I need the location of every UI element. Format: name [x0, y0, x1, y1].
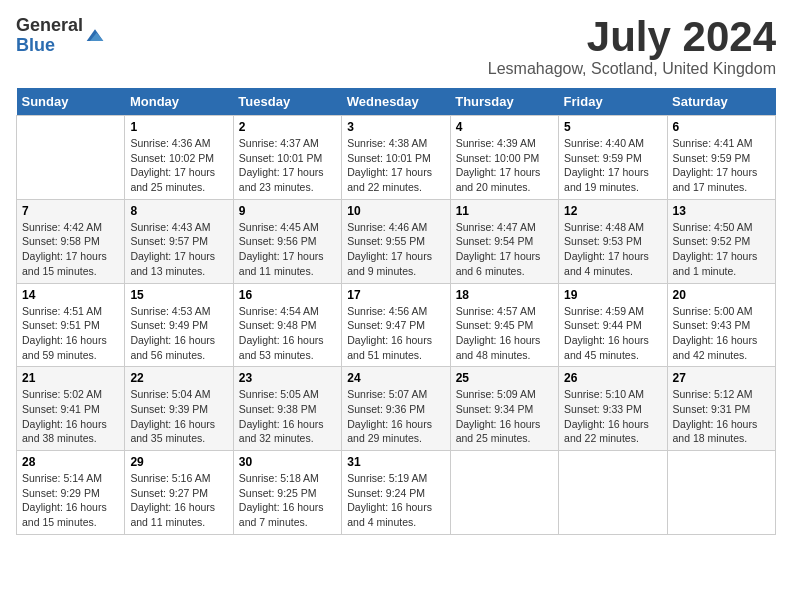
day-info: Sunrise: 5:09 AMSunset: 9:34 PMDaylight:…: [456, 387, 553, 446]
calendar-cell: 7Sunrise: 4:42 AMSunset: 9:58 PMDaylight…: [17, 199, 125, 283]
day-info: Sunrise: 5:00 AMSunset: 9:43 PMDaylight:…: [673, 304, 770, 363]
day-info: Sunrise: 4:51 AMSunset: 9:51 PMDaylight:…: [22, 304, 119, 363]
calendar-cell: 9Sunrise: 4:45 AMSunset: 9:56 PMDaylight…: [233, 199, 341, 283]
calendar-cell: [450, 451, 558, 535]
header-thursday: Thursday: [450, 88, 558, 116]
day-info: Sunrise: 4:57 AMSunset: 9:45 PMDaylight:…: [456, 304, 553, 363]
day-number: 22: [130, 371, 227, 385]
day-info: Sunrise: 4:36 AMSunset: 10:02 PMDaylight…: [130, 136, 227, 195]
header-saturday: Saturday: [667, 88, 775, 116]
header-monday: Monday: [125, 88, 233, 116]
day-number: 15: [130, 288, 227, 302]
header-sunday: Sunday: [17, 88, 125, 116]
day-number: 17: [347, 288, 444, 302]
calendar-week-2: 14Sunrise: 4:51 AMSunset: 9:51 PMDayligh…: [17, 283, 776, 367]
calendar-cell: [559, 451, 667, 535]
calendar-cell: 22Sunrise: 5:04 AMSunset: 9:39 PMDayligh…: [125, 367, 233, 451]
month-title: July 2024: [488, 16, 776, 58]
day-info: Sunrise: 4:39 AMSunset: 10:00 PMDaylight…: [456, 136, 553, 195]
logo-blue: Blue: [16, 36, 83, 56]
day-number: 11: [456, 204, 553, 218]
day-number: 14: [22, 288, 119, 302]
calendar-cell: 3Sunrise: 4:38 AMSunset: 10:01 PMDayligh…: [342, 116, 450, 200]
header-wednesday: Wednesday: [342, 88, 450, 116]
calendar-cell: 6Sunrise: 4:41 AMSunset: 9:59 PMDaylight…: [667, 116, 775, 200]
calendar-cell: [667, 451, 775, 535]
day-info: Sunrise: 5:04 AMSunset: 9:39 PMDaylight:…: [130, 387, 227, 446]
calendar-cell: 30Sunrise: 5:18 AMSunset: 9:25 PMDayligh…: [233, 451, 341, 535]
calendar-cell: 18Sunrise: 4:57 AMSunset: 9:45 PMDayligh…: [450, 283, 558, 367]
day-info: Sunrise: 4:41 AMSunset: 9:59 PMDaylight:…: [673, 136, 770, 195]
calendar-cell: 25Sunrise: 5:09 AMSunset: 9:34 PMDayligh…: [450, 367, 558, 451]
day-number: 20: [673, 288, 770, 302]
header-tuesday: Tuesday: [233, 88, 341, 116]
day-number: 18: [456, 288, 553, 302]
day-info: Sunrise: 4:53 AMSunset: 9:49 PMDaylight:…: [130, 304, 227, 363]
calendar-cell: 14Sunrise: 4:51 AMSunset: 9:51 PMDayligh…: [17, 283, 125, 367]
day-number: 16: [239, 288, 336, 302]
day-info: Sunrise: 5:02 AMSunset: 9:41 PMDaylight:…: [22, 387, 119, 446]
calendar-week-4: 28Sunrise: 5:14 AMSunset: 9:29 PMDayligh…: [17, 451, 776, 535]
day-info: Sunrise: 4:38 AMSunset: 10:01 PMDaylight…: [347, 136, 444, 195]
day-info: Sunrise: 5:16 AMSunset: 9:27 PMDaylight:…: [130, 471, 227, 530]
calendar-cell: 1Sunrise: 4:36 AMSunset: 10:02 PMDayligh…: [125, 116, 233, 200]
day-number: 23: [239, 371, 336, 385]
calendar-cell: 2Sunrise: 4:37 AMSunset: 10:01 PMDayligh…: [233, 116, 341, 200]
calendar-cell: 19Sunrise: 4:59 AMSunset: 9:44 PMDayligh…: [559, 283, 667, 367]
day-info: Sunrise: 4:40 AMSunset: 9:59 PMDaylight:…: [564, 136, 661, 195]
day-number: 30: [239, 455, 336, 469]
day-number: 29: [130, 455, 227, 469]
calendar-cell: 13Sunrise: 4:50 AMSunset: 9:52 PMDayligh…: [667, 199, 775, 283]
logo: General Blue: [16, 16, 105, 56]
day-info: Sunrise: 4:54 AMSunset: 9:48 PMDaylight:…: [239, 304, 336, 363]
day-info: Sunrise: 4:56 AMSunset: 9:47 PMDaylight:…: [347, 304, 444, 363]
day-info: Sunrise: 5:14 AMSunset: 9:29 PMDaylight:…: [22, 471, 119, 530]
calendar-cell: 15Sunrise: 4:53 AMSunset: 9:49 PMDayligh…: [125, 283, 233, 367]
day-number: 26: [564, 371, 661, 385]
day-number: 10: [347, 204, 444, 218]
day-number: 12: [564, 204, 661, 218]
calendar-cell: 20Sunrise: 5:00 AMSunset: 9:43 PMDayligh…: [667, 283, 775, 367]
day-info: Sunrise: 4:47 AMSunset: 9:54 PMDaylight:…: [456, 220, 553, 279]
calendar-cell: 27Sunrise: 5:12 AMSunset: 9:31 PMDayligh…: [667, 367, 775, 451]
day-info: Sunrise: 4:48 AMSunset: 9:53 PMDaylight:…: [564, 220, 661, 279]
day-info: Sunrise: 4:46 AMSunset: 9:55 PMDaylight:…: [347, 220, 444, 279]
calendar-cell: [17, 116, 125, 200]
header-friday: Friday: [559, 88, 667, 116]
day-number: 1: [130, 120, 227, 134]
calendar-cell: 11Sunrise: 4:47 AMSunset: 9:54 PMDayligh…: [450, 199, 558, 283]
day-number: 21: [22, 371, 119, 385]
calendar-week-0: 1Sunrise: 4:36 AMSunset: 10:02 PMDayligh…: [17, 116, 776, 200]
day-info: Sunrise: 4:43 AMSunset: 9:57 PMDaylight:…: [130, 220, 227, 279]
calendar-table: Sunday Monday Tuesday Wednesday Thursday…: [16, 88, 776, 535]
calendar-week-1: 7Sunrise: 4:42 AMSunset: 9:58 PMDaylight…: [17, 199, 776, 283]
calendar-cell: 28Sunrise: 5:14 AMSunset: 9:29 PMDayligh…: [17, 451, 125, 535]
day-info: Sunrise: 4:45 AMSunset: 9:56 PMDaylight:…: [239, 220, 336, 279]
page-header: General Blue July 2024 Lesmahagow, Scotl…: [16, 16, 776, 78]
day-info: Sunrise: 4:50 AMSunset: 9:52 PMDaylight:…: [673, 220, 770, 279]
day-number: 13: [673, 204, 770, 218]
logo-general: General: [16, 16, 83, 36]
day-info: Sunrise: 4:42 AMSunset: 9:58 PMDaylight:…: [22, 220, 119, 279]
day-number: 27: [673, 371, 770, 385]
calendar-cell: 5Sunrise: 4:40 AMSunset: 9:59 PMDaylight…: [559, 116, 667, 200]
day-number: 4: [456, 120, 553, 134]
calendar-week-3: 21Sunrise: 5:02 AMSunset: 9:41 PMDayligh…: [17, 367, 776, 451]
title-block: July 2024 Lesmahagow, Scotland, United K…: [488, 16, 776, 78]
calendar-cell: 10Sunrise: 4:46 AMSunset: 9:55 PMDayligh…: [342, 199, 450, 283]
day-info: Sunrise: 5:18 AMSunset: 9:25 PMDaylight:…: [239, 471, 336, 530]
day-info: Sunrise: 5:12 AMSunset: 9:31 PMDaylight:…: [673, 387, 770, 446]
day-number: 7: [22, 204, 119, 218]
day-number: 6: [673, 120, 770, 134]
calendar-cell: 26Sunrise: 5:10 AMSunset: 9:33 PMDayligh…: [559, 367, 667, 451]
calendar-cell: 17Sunrise: 4:56 AMSunset: 9:47 PMDayligh…: [342, 283, 450, 367]
day-number: 3: [347, 120, 444, 134]
day-number: 9: [239, 204, 336, 218]
logo-icon: [85, 26, 105, 46]
header-row: Sunday Monday Tuesday Wednesday Thursday…: [17, 88, 776, 116]
calendar-cell: 12Sunrise: 4:48 AMSunset: 9:53 PMDayligh…: [559, 199, 667, 283]
day-info: Sunrise: 4:37 AMSunset: 10:01 PMDaylight…: [239, 136, 336, 195]
day-number: 19: [564, 288, 661, 302]
day-info: Sunrise: 4:59 AMSunset: 9:44 PMDaylight:…: [564, 304, 661, 363]
day-number: 24: [347, 371, 444, 385]
